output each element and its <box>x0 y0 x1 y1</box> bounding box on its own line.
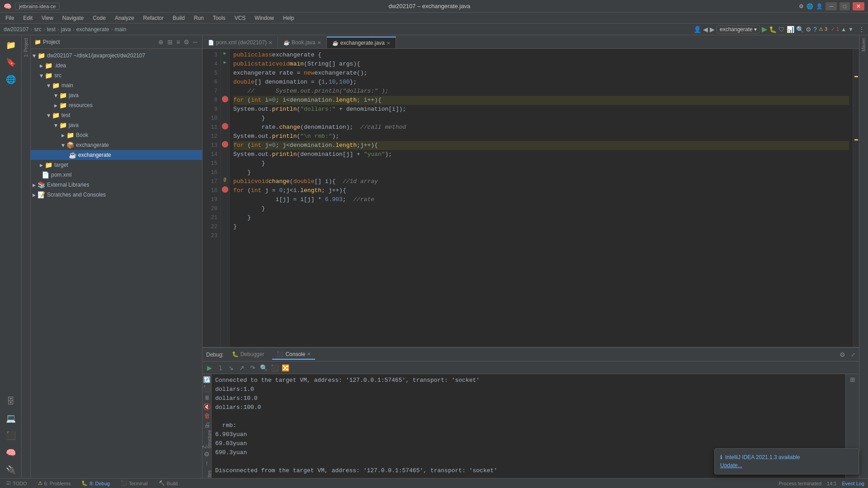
expand-all-icon[interactable]: ⊞ <box>166 38 174 47</box>
run-button[interactable]: ▶ <box>762 25 767 33</box>
menu-tools[interactable]: Tools <box>209 14 229 22</box>
project-settings-icon[interactable]: ⚙ <box>183 38 190 47</box>
tab-exchangerate[interactable]: ☕ exchangerate.java ✕ <box>327 37 396 48</box>
bc-exchangerate[interactable]: exchangerate <box>76 26 109 33</box>
tree-resources[interactable]: ▸ 📁 resources <box>31 100 202 110</box>
todo-tab[interactable]: ☑ TODO <box>4 479 30 487</box>
debug-frames-icon[interactable]: ⬛ <box>269 363 279 373</box>
pycharm-icon[interactable]: 💻 <box>3 410 19 427</box>
gutter-8-bp[interactable]: ⬤ <box>221 94 229 103</box>
menu-vcs[interactable]: VCS <box>231 14 250 22</box>
gutter-11-bp[interactable]: ⬤ <box>221 121 229 130</box>
tree-java-main[interactable]: ▾ 📁 java <box>31 90 202 100</box>
search-everywhere-icon[interactable]: 🔍 <box>796 26 804 33</box>
menu-run[interactable]: Run <box>190 14 208 22</box>
navigate-up[interactable]: ▲ <box>841 26 846 33</box>
debug-step-into-icon[interactable]: ↘ <box>226 363 236 373</box>
tab-pom[interactable]: 📄 pom.xml (dw202107) ✕ <box>203 37 278 48</box>
menu-window[interactable]: Window <box>251 14 278 22</box>
database-icon[interactable]: 🗄 <box>3 393 19 409</box>
tree-java-test[interactable]: ▾ 📁 java <box>31 120 202 130</box>
gutter-run-3[interactable]: ▶ <box>221 49 229 58</box>
menu-edit[interactable]: Edit <box>19 14 36 22</box>
bookmark-icon[interactable]: 🔖 <box>3 54 19 70</box>
tree-scratches[interactable]: ▸ 📝 Scratches and Consoles <box>31 190 202 200</box>
tree-exchangerate-java[interactable]: ☕ exchangerate <box>31 150 202 160</box>
locate-file-icon[interactable]: ⊕ <box>157 38 165 47</box>
minimize-button[interactable]: ─ <box>826 2 837 10</box>
collapse-all-icon[interactable]: ≡ <box>175 38 181 47</box>
user-icon[interactable]: 👤 <box>816 3 823 9</box>
debug-mute-icon[interactable]: 🔇 <box>203 403 212 410</box>
debug-up-icon[interactable]: ↑ <box>203 460 212 467</box>
bc-main[interactable]: main <box>114 26 126 33</box>
debug-step-over-icon[interactable]: ⤵ <box>215 363 225 373</box>
project-side-tab[interactable]: 1: Project <box>23 35 29 60</box>
close-button[interactable]: ✕ <box>853 2 864 10</box>
gutter-18-bp[interactable]: ⬤ <box>221 184 229 193</box>
debug-print-icon[interactable]: 🖨 <box>203 421 212 428</box>
event-log-link[interactable]: Event Log <box>842 481 864 486</box>
settings-icon[interactable]: ⚙ <box>799 3 804 9</box>
terminal-left-icon[interactable]: ⬛ <box>3 427 19 444</box>
debug-threads-icon[interactable]: 🔀 <box>280 363 290 373</box>
tree-pom[interactable]: 📄 pom.xml <box>31 170 202 180</box>
debug-right-icon[interactable]: ⊞ <box>850 376 855 383</box>
gutter-13-bp[interactable]: ⬤ <box>221 139 229 148</box>
debug-gear-icon[interactable]: ⚙ <box>840 351 845 358</box>
menu-file[interactable]: File <box>2 14 18 22</box>
debug-expand-icon[interactable]: ⤢ <box>851 352 855 358</box>
bc-src[interactable]: src <box>34 26 41 33</box>
bc-test[interactable]: test <box>47 26 55 33</box>
coverage-button[interactable]: 🛡 <box>778 26 785 33</box>
menu-code[interactable]: Code <box>89 14 109 22</box>
debug-pause-icon[interactable]: ⏸ <box>203 394 212 401</box>
app-name[interactable]: jetbrains-idea-ce <box>15 3 60 10</box>
app-icon[interactable]: 🧠 <box>4 3 11 10</box>
terminal-tab[interactable]: ⬛ Terminal <box>118 479 151 487</box>
debug-tab-console[interactable]: ⬛ Console ✕ <box>272 350 315 360</box>
menu-navigate[interactable]: Navigate <box>59 14 87 22</box>
expand-icon[interactable]: ⋮ <box>859 26 864 33</box>
gutter-run-4[interactable]: ▶ <box>221 58 229 67</box>
help-icon[interactable]: ? <box>813 26 817 33</box>
tree-main[interactable]: ▾ 📁 main <box>31 80 202 90</box>
tree-external-libs[interactable]: ▸ 📚 External Libraries <box>31 180 202 190</box>
debug-button[interactable]: 🐛 <box>769 26 777 33</box>
tab-pom-close[interactable]: ✕ <box>269 40 272 45</box>
intellij-icon[interactable]: 🧠 <box>3 445 19 461</box>
notification-update-link[interactable]: Update... <box>720 462 742 469</box>
debug-resume-icon[interactable]: ▶ <box>204 363 214 373</box>
chrome-icon[interactable]: 🌐 <box>3 71 19 88</box>
tree-test[interactable]: ▾ 📁 test <box>31 110 202 120</box>
settings-icon[interactable]: ⚙ <box>806 26 811 33</box>
code-content[interactable]: public class exchangerate { public stati… <box>230 49 853 347</box>
debug-tab-debugger[interactable]: 🐛 Debugger <box>227 350 269 360</box>
debug-clear-icon[interactable]: 🗑 <box>203 412 212 419</box>
gutter-17-ann[interactable]: @ <box>221 175 229 184</box>
debug-stop-icon[interactable]: ⬛ <box>203 385 212 392</box>
nav-back-icon[interactable]: ◀ <box>703 26 708 33</box>
menu-build[interactable]: Build <box>169 14 189 22</box>
menu-analyze[interactable]: Analyze <box>111 14 138 22</box>
tree-src[interactable]: ▾ 📁 src <box>31 70 202 80</box>
tree-idea[interactable]: ▸ 📁 .idea <box>31 61 202 70</box>
menu-view[interactable]: View <box>38 14 57 22</box>
tree-book[interactable]: ▸ 📁 Book <box>31 130 202 140</box>
profile-icon[interactable]: 👤 <box>693 26 701 33</box>
debug-restart-icon[interactable]: 🔃 <box>203 376 212 383</box>
bc-dw202107[interactable]: dw202107 <box>4 26 28 33</box>
tab-book-close[interactable]: ✕ <box>317 40 321 45</box>
nav-forward-icon[interactable]: ▶ <box>710 26 715 33</box>
tree-exchangerate-pkg[interactable]: ▾ 📦 exchangerate <box>31 140 202 150</box>
tab-book[interactable]: ☕ Book.java ✕ <box>278 37 327 48</box>
console-tab-close[interactable]: ✕ <box>307 352 311 357</box>
menu-refactor[interactable]: Refactor <box>140 14 167 22</box>
lang-icon[interactable]: 🌐 <box>807 3 813 9</box>
maven-tab[interactable]: Maven <box>860 35 867 54</box>
editor-scrollbar[interactable] <box>853 49 859 347</box>
plugin-icon[interactable]: 🔌 <box>3 462 19 478</box>
debug-settings-icon[interactable]: ⚙ <box>203 450 212 458</box>
debug-evaluate-icon[interactable]: 🔍 <box>259 363 269 373</box>
bc-java[interactable]: java <box>61 26 71 33</box>
